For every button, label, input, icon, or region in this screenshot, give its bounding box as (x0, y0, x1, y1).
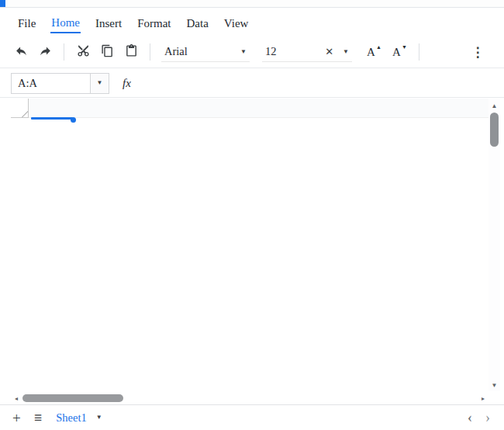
undo-button[interactable] (11, 41, 31, 63)
triangle-down-icon: ▼ (402, 45, 407, 50)
menu-bar: File Home Insert Format Data View (0, 9, 504, 36)
menu-item-format[interactable]: Format (136, 12, 171, 33)
top-left-accent-fragment (0, 0, 5, 7)
redo-icon (39, 44, 52, 61)
chevron-down-icon: ▼ (96, 414, 102, 421)
prev-sheet-button[interactable]: ‹ (468, 411, 472, 425)
vertical-scrollbar-thumb[interactable] (490, 113, 499, 147)
decrease-font-size-button[interactable]: A▼ (388, 41, 410, 63)
redo-button[interactable] (35, 41, 55, 63)
name-box[interactable]: A:A ▼ (11, 73, 109, 94)
chevron-down-icon: ▼ (240, 49, 247, 55)
scissors-icon (77, 44, 90, 61)
menu-item-data[interactable]: Data (186, 12, 209, 33)
clear-x-icon[interactable]: ✕ (325, 47, 333, 57)
sheet-tab-label: Sheet1 (56, 411, 86, 425)
font-family-value: Arial (164, 45, 240, 58)
increase-font-size-button[interactable]: A▲ (363, 41, 385, 63)
scroll-right-button[interactable]: ▸ (478, 392, 488, 404)
add-sheet-button[interactable]: + (12, 411, 29, 425)
toolbar: Arial ▼ 12 ✕ ▼ A▲ A▼ ⋮ (0, 36, 504, 68)
column-selection-underline (31, 117, 73, 120)
corner-diagonal (21, 110, 29, 118)
clipboard-icon (125, 44, 138, 61)
next-sheet-button[interactable]: › (485, 411, 490, 425)
menu-item-home[interactable]: Home (50, 12, 81, 33)
undo-icon (15, 44, 28, 61)
copy-button[interactable] (97, 41, 117, 63)
scroll-up-button[interactable]: ▲ (488, 100, 500, 111)
scroll-down-button[interactable]: ▼ (488, 380, 500, 390)
scroll-left-button[interactable]: ◂ (11, 392, 22, 404)
hamburger-icon: ≡ (34, 410, 42, 425)
toolbar-separator (150, 43, 150, 61)
formula-bar: A:A ▼ fx (0, 69, 504, 98)
selection-handle[interactable] (71, 117, 76, 123)
horizontal-scrollbar[interactable]: ◂ ▸ (11, 392, 488, 404)
font-family-dropdown[interactable]: Arial ▼ (161, 42, 250, 62)
chevron-down-icon: ▼ (97, 80, 103, 86)
plus-icon: + (12, 410, 21, 426)
select-all-corner-cell[interactable] (11, 99, 29, 118)
column-header-strip[interactable] (11, 99, 488, 118)
font-size-dropdown[interactable]: 12 ✕ ▼ (262, 42, 352, 62)
name-box-value: A:A (12, 74, 90, 93)
sheet-tab-sheet1[interactable]: Sheet1 ▼ (56, 411, 102, 425)
sheet-bar: + ≡ Sheet1 ▼ ‹ › (0, 404, 504, 430)
name-box-dropdown-button[interactable]: ▼ (90, 74, 109, 93)
paste-button[interactable] (121, 41, 141, 63)
fx-label: fx (123, 77, 131, 90)
horizontal-scrollbar-thumb[interactable] (22, 394, 123, 402)
scroll-left-icon: ◂ (15, 395, 18, 402)
spreadsheet-grid[interactable]: ▲ ▼ (0, 99, 504, 392)
sheet-tab-navigation: ‹ › (468, 411, 490, 425)
toolbar-separator (64, 43, 64, 61)
menu-item-file[interactable]: File (17, 12, 36, 33)
spreadsheet-app: File Home Insert Format Data View Arial … (0, 0, 504, 430)
letter-a-glyph: A (367, 46, 375, 59)
kebab-menu-icon: ⋮ (471, 44, 485, 61)
scroll-up-icon: ▲ (492, 102, 498, 109)
vertical-scrollbar[interactable]: ▲ ▼ (488, 99, 500, 391)
scroll-down-icon: ▼ (492, 382, 498, 389)
font-size-value: 12 (265, 45, 325, 58)
menu-item-view[interactable]: View (223, 12, 250, 33)
chevron-down-icon: ▼ (343, 49, 349, 55)
cut-button[interactable] (73, 41, 93, 63)
more-options-button[interactable]: ⋮ (468, 41, 488, 63)
triangle-up-icon: ▲ (376, 45, 381, 50)
menu-item-insert[interactable]: Insert (95, 12, 123, 33)
sheet-list-button[interactable]: ≡ (34, 411, 42, 425)
scroll-right-icon: ▸ (482, 395, 485, 402)
toolbar-separator (419, 43, 419, 61)
letter-a-glyph: A (392, 46, 401, 59)
top-strip (0, 0, 504, 8)
copy-icon (101, 44, 114, 61)
